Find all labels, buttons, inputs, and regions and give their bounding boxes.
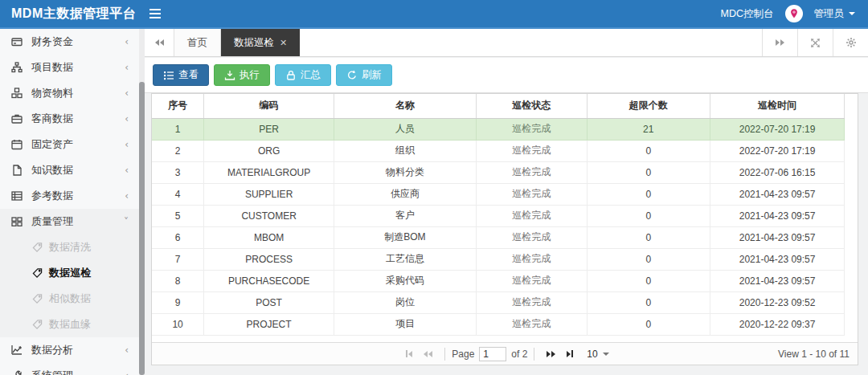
cell: 9 [152, 291, 204, 313]
analysis-icon [11, 344, 23, 357]
pager-bar: Page of 2 10 View 1 - 10 of 11 [152, 342, 858, 365]
tab-1[interactable]: 数据巡检✕ [221, 29, 300, 56]
cell: 项目 [334, 313, 477, 335]
sidebar-item-6[interactable]: 参考数据‹ [0, 183, 145, 209]
toolbar-button-label: 执行 [240, 68, 260, 82]
table-row-8[interactable]: 9POST岗位巡检完成02020-12-23 09:52 [152, 291, 845, 313]
cell: 巡检完成 [476, 205, 587, 226]
column-header-1[interactable]: 编码 [204, 94, 334, 118]
chevron-left-icon: ‹ [125, 36, 129, 47]
user-menu[interactable]: 管理员 [814, 7, 856, 21]
table-row-2[interactable]: 3MATERIALGROUP物料分类巡检完成02022-07-06 16:15 [152, 161, 845, 183]
column-header-3[interactable]: 巡检状态 [476, 94, 587, 118]
cell: 制造BOM [334, 226, 477, 248]
sidebar-item-0[interactable]: 财务资金‹ [0, 29, 145, 55]
table-row-5[interactable]: 6MBOM制造BOM巡检完成02021-04-23 09:57 [152, 226, 845, 248]
table-row-3[interactable]: 4SUPPLIER供应商巡检完成02021-04-23 09:57 [152, 183, 845, 205]
cell: 2021-04-23 09:57 [710, 226, 844, 248]
tabs-scroll-right-button[interactable] [762, 29, 797, 56]
toolbar-button-2[interactable]: 汇总 [275, 64, 331, 86]
sidebar-item-8[interactable]: 数据分析‹ [0, 337, 145, 363]
sidebar-scrollbar[interactable] [139, 29, 145, 375]
sidebar-item-5[interactable]: 知识数据‹ [0, 157, 145, 183]
sidebar-item-4[interactable]: 固定资产‹ [0, 132, 145, 157]
sidebar-item-label: 项目数据 [31, 60, 125, 75]
sidebar-item-label: 系统管理 [31, 369, 125, 375]
sidebar-subitem-7-2[interactable]: 相似数据 [0, 286, 145, 312]
toolbar-button-label: 汇总 [301, 68, 321, 82]
sidebar-item-label: 参考数据 [31, 189, 125, 203]
sidebar-item-2[interactable]: 物资物料‹ [0, 80, 145, 106]
hamburger-icon [149, 9, 161, 10]
pager-last-button[interactable] [561, 350, 579, 357]
avatar[interactable] [785, 5, 803, 22]
cell: MBOM [204, 226, 334, 248]
tabs-scroll-left-button[interactable] [145, 29, 174, 56]
sidebar-scrollbar-thumb[interactable] [139, 82, 145, 375]
table-row-7[interactable]: 8PURCHASECODE采购代码巡检完成02021-04-23 09:57 [152, 270, 845, 291]
cell: 巡检完成 [476, 183, 587, 205]
toolbar-button-0[interactable]: 查看 [153, 64, 209, 86]
cell: SUPPLIER [204, 183, 334, 205]
cell: 组织 [334, 140, 477, 161]
cell: 采购代码 [334, 270, 477, 291]
sidebar-item-1[interactable]: 项目数据‹ [0, 55, 145, 80]
table-row-1[interactable]: 2ORG组织巡检完成02022-07-20 17:19 [152, 140, 845, 161]
sidebar-subitem-7-3[interactable]: 数据血缘 [0, 312, 145, 337]
sidebar-item-3[interactable]: 客商数据‹ [0, 106, 145, 132]
cell: 0 [587, 248, 710, 270]
prev-page-icon [424, 351, 428, 357]
table-header-row: 序号编码名称巡检状态超限个数巡检时间 [152, 94, 845, 118]
sidebar-item-7[interactable]: 质量管理˅ [0, 209, 145, 234]
data-table: 序号编码名称巡检状态超限个数巡检时间 1PER人员巡检完成212022-07-2… [152, 94, 845, 336]
cell: 2020-12-22 09:37 [710, 313, 844, 335]
sidebar-subitem-label: 数据巡检 [49, 266, 91, 280]
pager-next-button[interactable] [541, 351, 561, 357]
pager-first-button[interactable] [400, 350, 418, 357]
cell: 巡检完成 [476, 226, 587, 248]
column-header-5[interactable]: 巡检时间 [710, 94, 844, 118]
sidebar-subitem-7-0[interactable]: 数据清洗 [0, 234, 145, 260]
column-header-2[interactable]: 名称 [334, 94, 477, 118]
toolbar-button-1[interactable]: 执行 [214, 64, 270, 86]
double-chevron-left-icon [155, 39, 164, 46]
tab-0[interactable]: 首页 [174, 29, 221, 56]
column-header-0[interactable]: 序号 [152, 94, 204, 118]
cell: 巡检完成 [476, 161, 587, 183]
top-navbar: MDM主数据管理平台 MDC控制台 管理员 [0, 0, 868, 29]
chevron-left-icon: ‹ [125, 139, 129, 150]
sidebar-subitem-label: 数据血缘 [49, 317, 91, 332]
tag-icon [32, 243, 43, 253]
page-size-value: 10 [587, 349, 597, 360]
pager-prev-button[interactable] [418, 351, 438, 357]
view-range-label: View 1 - 10 of 11 [778, 349, 850, 360]
cell: 巡检完成 [476, 140, 587, 161]
project-icon [11, 62, 23, 74]
cell: MATERIALGROUP [204, 161, 334, 183]
close-icon[interactable]: ✕ [280, 38, 287, 48]
chevron-left-icon: ‹ [125, 165, 129, 176]
menu-toggle-button[interactable] [146, 3, 170, 24]
tab-bar: 首页数据巡检✕ [145, 29, 868, 57]
page-size-select[interactable]: 10 [587, 349, 608, 360]
gear-icon [845, 37, 857, 48]
sidebar-item-9[interactable]: 系统管理‹ [0, 363, 145, 375]
mdc-console-link[interactable]: MDC控制台 [721, 7, 774, 21]
tag-icon [32, 294, 43, 304]
table-row-0[interactable]: 1PER人员巡检完成212022-07-20 17:19 [152, 118, 845, 140]
toolbar-button-3[interactable]: 刷新 [336, 64, 392, 86]
reference-icon [11, 190, 23, 202]
grid-panel: 序号编码名称巡检状态超限个数巡检时间 1PER人员巡检完成212022-07-2… [151, 93, 858, 365]
table-row-4[interactable]: 5CUSTOMER客户巡检完成02021-04-23 09:57 [152, 205, 845, 226]
customer-icon [11, 113, 23, 125]
main-area: 首页数据巡检✕ [145, 29, 868, 375]
page-number-input[interactable] [479, 347, 506, 361]
chevron-down-icon [603, 353, 609, 356]
column-header-4[interactable]: 超限个数 [587, 94, 710, 118]
fullscreen-button[interactable] [797, 29, 833, 56]
sidebar-subitem-7-1[interactable]: 数据巡检 [0, 260, 145, 286]
table-row-9[interactable]: 10PROJECT项目巡检完成02020-12-22 09:37 [152, 313, 845, 335]
table-row-6[interactable]: 7PROCESS工艺信息巡检完成02021-04-23 09:57 [152, 248, 845, 270]
tabs-settings-button[interactable] [833, 29, 868, 56]
map-pin-icon [788, 8, 800, 19]
